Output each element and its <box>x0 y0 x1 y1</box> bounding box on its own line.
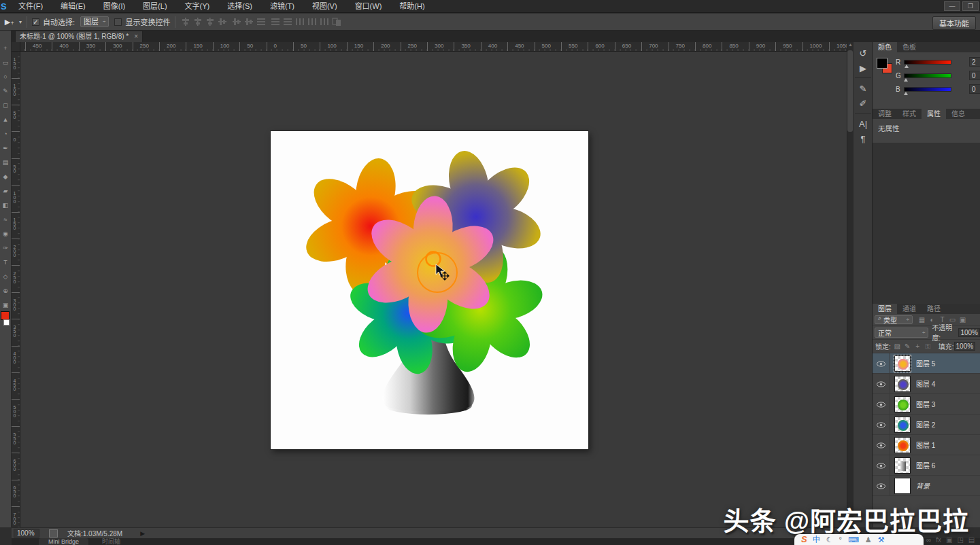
channel-value-field[interactable]: 2 <box>969 57 980 67</box>
slider-marker-icon[interactable] <box>905 65 909 68</box>
visibility-eye-icon[interactable] <box>877 439 885 451</box>
visibility-eye-icon[interactable] <box>877 480 885 492</box>
menu-item-1[interactable]: 编辑(E) <box>52 0 95 13</box>
visibility-eye-icon[interactable] <box>877 378 885 390</box>
scroll-up-icon[interactable]: ▲ <box>847 42 854 47</box>
align-v-middle-icon[interactable] <box>231 17 242 27</box>
layer-row-5[interactable]: 图层 1 <box>873 435 980 455</box>
menu-item-7[interactable]: 视图(V) <box>303 0 346 13</box>
smart-object-filter-icon[interactable]: ▣ <box>958 316 968 323</box>
layer-thumbnail[interactable] <box>894 478 911 494</box>
menu-item-8[interactable]: 窗口(W) <box>346 0 391 13</box>
layer-thumbnail[interactable] <box>894 355 911 372</box>
quick-select-tool[interactable]: ✎ <box>1 84 11 99</box>
channel-slider[interactable] <box>904 60 951 65</box>
dot-icon[interactable]: ° <box>839 535 842 544</box>
move-tool-icon[interactable]: ▶₊ <box>0 18 19 27</box>
healing-brush-tool[interactable]: ◔ <box>1 127 11 141</box>
layer-thumbnail[interactable] <box>894 437 911 453</box>
layer-filter-dropdown[interactable]: ⌕类型 ÷ <box>875 315 913 324</box>
menu-item-3[interactable]: 图层(L) <box>134 0 175 13</box>
tray-folder-icon[interactable]: ▤ <box>968 536 975 544</box>
pixel-filter-icon[interactable]: ▦ <box>917 316 927 323</box>
visibility-eye-icon[interactable] <box>877 419 885 431</box>
foreground-color-chip[interactable] <box>877 58 888 69</box>
brush-tool[interactable]: ✒ <box>1 141 11 156</box>
restore-button[interactable]: ❐ <box>962 1 979 11</box>
layers-tab-图层[interactable]: 图层 <box>873 304 897 314</box>
document-tab[interactable]: 未标题-1 @ 100% (图层 1, RGB/8) * × <box>15 31 143 42</box>
layer-row-7[interactable]: 背景 <box>873 476 980 496</box>
layers-tab-路径[interactable]: 路径 <box>922 304 946 314</box>
canvas-area[interactable] <box>12 42 847 527</box>
color-tab-色板[interactable]: 色板 <box>897 42 922 52</box>
dist-top-icon[interactable] <box>256 17 267 27</box>
lock-transparency-icon[interactable]: ▨ <box>892 342 902 351</box>
bottom-tab-0[interactable]: Mini Bridge <box>39 538 88 545</box>
wrench-icon[interactable]: ⚒ <box>878 535 885 544</box>
document-canvas[interactable] <box>271 131 588 449</box>
slider-marker-icon[interactable] <box>904 78 908 82</box>
menu-item-5[interactable]: 选择(S) <box>218 0 261 13</box>
crop-tool[interactable]: ◻ <box>1 99 11 113</box>
eraser-tool[interactable]: ▰ <box>1 184 11 198</box>
channel-slider[interactable] <box>904 87 951 92</box>
visibility-eye-icon[interactable] <box>877 357 885 370</box>
eyedropper-tool[interactable]: ▲ <box>1 113 11 127</box>
lock-position-icon[interactable]: + <box>913 342 923 351</box>
marquee-tool[interactable]: ▭ <box>1 56 11 70</box>
dodge-tool[interactable]: ◉ <box>1 227 11 241</box>
tool-preset-arrow-icon[interactable]: ▾ <box>19 19 22 25</box>
props-tab-信息[interactable]: 信息 <box>946 109 970 119</box>
auto-select-target-dropdown[interactable]: 图层÷ <box>80 16 109 27</box>
horizontal-ruler[interactable]: 4504003503002502001501005005010015020025… <box>20 42 847 52</box>
close-tab-icon[interactable]: × <box>134 31 138 42</box>
align-left-icon[interactable] <box>180 17 191 27</box>
layer-thumbnail[interactable] <box>894 417 911 433</box>
pen-tool[interactable]: ✑ <box>1 241 11 256</box>
menu-item-2[interactable]: 图像(I) <box>95 0 134 13</box>
align-h-center-icon[interactable] <box>192 17 203 27</box>
align-bottom-icon[interactable] <box>243 17 254 27</box>
lang-chinese-icon[interactable]: 中 <box>813 535 820 544</box>
slider-marker-icon[interactable] <box>904 92 908 95</box>
menu-item-9[interactable]: 帮助(H) <box>390 0 433 13</box>
brush-presets-panel-icon[interactable]: ✐ <box>854 96 873 111</box>
channel-slider[interactable] <box>904 73 951 78</box>
vertical-ruler[interactable]: 1501005005010015020025030035040045050055… <box>12 52 20 527</box>
channel-value-field[interactable]: 0 <box>969 84 980 94</box>
dist-right-icon[interactable] <box>319 17 330 27</box>
dist-bottom-icon[interactable] <box>282 17 293 27</box>
layer-thumbnail[interactable] <box>894 376 911 392</box>
lock-pixels-icon[interactable]: ✎ <box>902 342 913 351</box>
gradient-tool[interactable]: ◧ <box>1 198 11 213</box>
layer-thumbnail[interactable] <box>894 396 911 412</box>
sogou-logo-icon[interactable]: S <box>801 535 807 544</box>
visibility-eye-icon[interactable] <box>877 459 885 472</box>
layer-row-3[interactable]: 图层 3 <box>873 394 980 415</box>
brush-panel-icon[interactable]: ✎ <box>854 82 873 96</box>
align-right-icon[interactable] <box>205 17 216 27</box>
menu-item-0[interactable]: 文件(F) <box>10 0 52 13</box>
soft-keyboard-icon[interactable]: ⌨ <box>848 535 859 544</box>
visibility-eye-icon[interactable] <box>877 398 885 410</box>
shape-tool[interactable]: ⊕ <box>1 284 11 298</box>
layer-row-1[interactable]: 图层 5 <box>873 353 980 374</box>
layers-tab-通道[interactable]: 通道 <box>897 304 922 314</box>
dist-v-center-icon[interactable] <box>270 17 281 27</box>
bottom-tab-1[interactable]: 时间轴 <box>92 538 130 545</box>
layer-row-6[interactable]: 图层 6 <box>873 455 980 476</box>
workspace-switcher-button[interactable]: 基本功能 <box>932 16 976 30</box>
move-tool[interactable]: + <box>1 41 11 56</box>
path-select-tool[interactable]: ◇ <box>1 270 11 284</box>
props-tab-样式[interactable]: 样式 <box>897 109 922 119</box>
character-panel-icon[interactable]: A| <box>854 117 873 132</box>
fill-value[interactable]: 100% <box>954 342 976 351</box>
scrollbar-thumb[interactable] <box>847 50 853 132</box>
lock-all-icon[interactable]: ⚿ <box>923 342 933 351</box>
channel-value-field[interactable]: 0 <box>969 71 980 80</box>
input-method-bar[interactable]: S 中☾°⌨♟⚒ <box>794 534 924 545</box>
align-top-icon[interactable] <box>217 17 228 27</box>
menu-item-6[interactable]: 滤镜(T) <box>261 0 303 13</box>
user-icon[interactable]: ♟ <box>865 535 872 544</box>
